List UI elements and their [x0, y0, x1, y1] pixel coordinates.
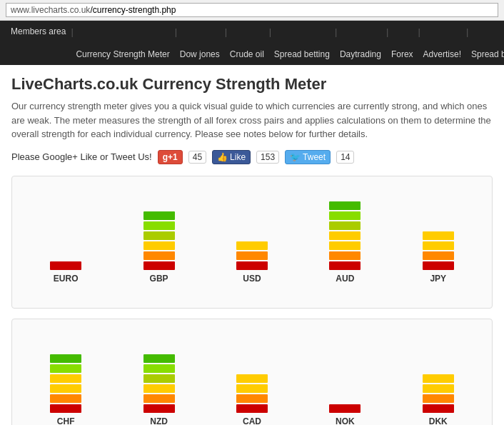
facebook-like-button[interactable]: 👍 Like: [212, 150, 251, 164]
url-path: /currency-strength.php: [90, 5, 176, 15]
bar-stack-jpy: [423, 231, 454, 270]
bar-segment: [50, 374, 81, 383]
currency-item-chf: CHF: [37, 354, 94, 426]
bar-stack-usd: [236, 241, 268, 270]
gplus-button[interactable]: g+1: [158, 150, 183, 164]
bar-segment: [50, 384, 81, 393]
currency-item-cad: CAD: [223, 374, 281, 426]
currency-label: NZD: [150, 416, 168, 426]
bar-segment: [329, 201, 361, 210]
nav-item-advertise![interactable]: Advertise!: [418, 44, 466, 65]
address-bar: www.livecharts.co.uk/currency-strength.p…: [0, 0, 504, 21]
bar-segment: [329, 404, 361, 413]
currency-item-gbp: GBP: [131, 211, 188, 284]
bar-stack-nok: [329, 404, 361, 413]
bar-stack-nzd: [143, 354, 175, 413]
page-title: LiveCharts.co.uk Currency Strength Meter: [11, 75, 493, 94]
currency-item-usd: USD: [223, 241, 281, 284]
tweet-button[interactable]: 🐦 Tweet: [285, 150, 331, 164]
currency-label: AUD: [336, 274, 354, 284]
currency-item-euro: EURO: [37, 261, 94, 284]
gplus-label: g+1: [163, 152, 178, 162]
bar-segment: [423, 251, 454, 260]
bar-stack-aud: [329, 201, 361, 270]
bar-segment: [423, 241, 454, 250]
bar-segment: [423, 384, 454, 393]
nav-item-dow-jones[interactable]: Dow jones: [175, 44, 225, 65]
bar-segment: [143, 221, 175, 230]
bar-segment: [329, 251, 361, 260]
social-bar: Please Google+ Like or Tweet Us! g+1 45 …: [11, 150, 493, 164]
currency-item-dkk: DKK: [410, 374, 467, 426]
bar-segment: [236, 251, 268, 260]
gplus-count: 45: [188, 151, 206, 164]
bar-segment: [143, 261, 175, 270]
nav-item-crude-oil[interactable]: Crude oil: [225, 44, 269, 65]
bar-segment: [236, 374, 268, 383]
bar-segment: [423, 374, 454, 383]
url-display[interactable]: www.livecharts.co.uk/currency-strength.p…: [6, 3, 498, 17]
nav-item-spread-betting[interactable]: Spread betting: [269, 44, 335, 65]
bar-segment: [329, 231, 361, 240]
bar-stack-chf: [50, 354, 81, 413]
currency-label: DKK: [429, 416, 448, 426]
fb-count: 153: [256, 151, 279, 164]
bar-segment: [143, 354, 175, 363]
nav-item-currency-strength-meter[interactable]: Currency Strength Meter: [71, 44, 174, 65]
bar-segment: [50, 394, 81, 403]
social-prompt: Please Google+ Like or Tweet Us!: [11, 151, 152, 162]
bar-segment: [143, 374, 175, 383]
bar-segment: [50, 404, 81, 413]
fb-label: Like: [230, 152, 246, 162]
currency-label: EURO: [54, 274, 79, 284]
bar-segment: [143, 394, 175, 403]
bar-segment: [143, 251, 175, 260]
currency-item-aud: AUD: [316, 201, 373, 284]
bar-segment: [329, 261, 361, 270]
currency-label: JPY: [430, 274, 446, 284]
chart-box-2: CHFNZDCADNOKDKK: [11, 319, 493, 426]
currency-item-jpy: JPY: [410, 231, 467, 284]
bar-segment: [423, 261, 454, 270]
page-description: Our currency strength meter gives you a …: [11, 99, 493, 141]
bar-segment: [50, 354, 81, 363]
currency-label: USD: [243, 274, 261, 284]
nav-item-forex[interactable]: Forex: [386, 44, 418, 65]
bar-segment: [143, 384, 175, 393]
nav-bar: Members areaCurrency Strength MeterDow j…: [0, 21, 504, 65]
currency-row-2: CHFNZDCADNOKDKK: [19, 329, 485, 426]
bar-segment: [236, 404, 268, 413]
bar-segment: [329, 221, 361, 230]
url-base: www.livecharts.co.uk: [11, 5, 90, 15]
twitter-bird-icon: 🐦: [290, 152, 301, 162]
bar-stack-euro: [50, 261, 81, 270]
bar-segment: [236, 261, 268, 270]
bar-segment: [329, 211, 361, 220]
bar-segment: [143, 231, 175, 240]
nav-item-daytrading[interactable]: Daytrading: [335, 44, 386, 65]
bar-stack-dkk: [423, 374, 454, 413]
currency-row-1: EUROGBPUSDAUDJPY: [19, 186, 485, 301]
currency-label: NOK: [336, 416, 355, 426]
currency-item-nzd: NZD: [131, 354, 188, 426]
currency-label: CAD: [243, 416, 261, 426]
chart-box-1: EUROGBPUSDAUDJPY: [11, 176, 493, 309]
nav-item-spread-betting-demo[interactable]: Spread betting demo: [466, 44, 504, 65]
fb-icon: 👍: [217, 152, 228, 162]
main-content: LiveCharts.co.uk Currency Strength Meter…: [0, 65, 504, 425]
bar-segment: [143, 364, 175, 373]
bar-segment: [236, 384, 268, 393]
bar-segment: [423, 231, 454, 240]
currency-item-nok: NOK: [316, 404, 373, 426]
tweet-label: Tweet: [303, 152, 326, 162]
currency-label: CHF: [57, 416, 75, 426]
bar-stack-cad: [236, 374, 268, 413]
nav-item-members-area[interactable]: Members area: [6, 21, 71, 42]
bar-segment: [236, 241, 268, 250]
bar-segment: [143, 404, 175, 413]
bar-segment: [236, 394, 268, 403]
bar-stack-gbp: [143, 211, 175, 270]
bar-segment: [143, 211, 175, 220]
currency-label: GBP: [150, 274, 168, 284]
bar-segment: [329, 241, 361, 250]
